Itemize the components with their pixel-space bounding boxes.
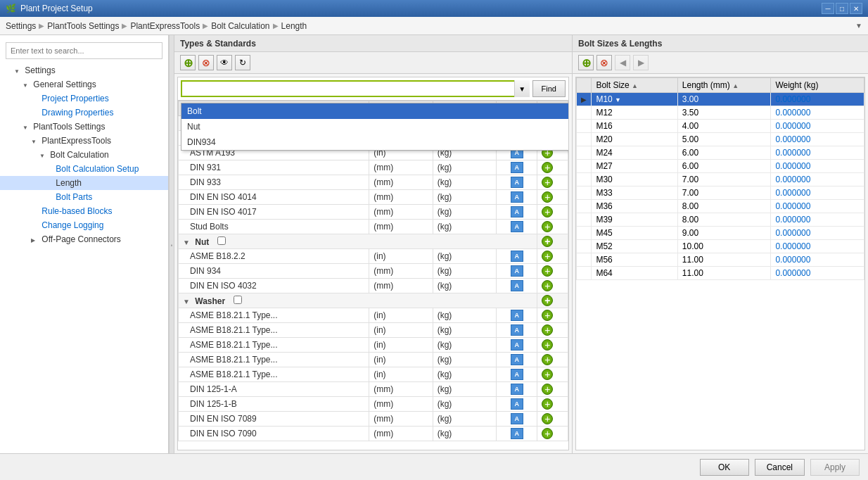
length-cell: 9.00 — [677, 227, 771, 240]
sidebar-item-offpage[interactable]: ▶ Off-Page Connectors — [0, 232, 168, 246]
washer-toggle[interactable]: ▼ — [183, 298, 190, 305]
middle-toolbar: ⊕ ⊗ 👁 ↻ — [174, 52, 572, 74]
table-row: M205.000.000000 — [577, 133, 864, 146]
remove-type-button[interactable]: ⊗ — [198, 55, 214, 70]
row-add-btn[interactable]: + — [542, 428, 553, 439]
sidebar-item-drawing-properties[interactable]: Drawing Properties — [0, 106, 168, 120]
nut-checkbox[interactable] — [217, 236, 226, 245]
right-remove-button[interactable]: ⊗ — [596, 55, 612, 70]
row-add-btn[interactable]: + — [542, 339, 553, 350]
row-add-btn[interactable]: + — [542, 280, 553, 291]
right-add-button[interactable]: ⊕ — [578, 55, 594, 70]
dropdown-item-din934[interactable]: DIN934 — [181, 134, 569, 150]
table-row: Stud Bolts (mm) (kg) A + — [179, 220, 568, 234]
dropdown-item-nut[interactable]: Nut — [181, 119, 569, 134]
table-row: ASME B18.2.2 (in) (kg) A + — [179, 249, 568, 264]
sidebar-item-boltcalcsetup[interactable]: Bolt Calculation Setup — [0, 162, 168, 176]
sidebar-item-boltparts[interactable]: Bolt Parts — [0, 190, 168, 204]
length-cell: 5.00 — [677, 133, 771, 146]
close-button[interactable]: ✕ — [850, 3, 862, 14]
breadcrumb-length: Length — [281, 21, 307, 31]
icon-a: A — [511, 324, 523, 336]
right-back-button[interactable]: ◀ — [615, 55, 630, 70]
weight-cell: 0.000000 — [771, 133, 864, 146]
sidebar-item-length[interactable]: Length — [0, 176, 168, 190]
col-length[interactable]: Length (mm) ▲ — [677, 78, 771, 93]
refresh-button[interactable]: ↻ — [235, 55, 250, 70]
type-search-input[interactable] — [181, 80, 530, 97]
length-cell: 3.00 — [677, 93, 771, 106]
table-row: M337.000.000000 — [577, 187, 864, 200]
breadcrumb-plantexpress: PlantExpressTools — [130, 21, 200, 31]
sidebar-item-boltcalc[interactable]: ▼ Bolt Calculation — [0, 148, 168, 162]
sidebar-item-ruleblocks[interactable]: Rule-based Blocks — [0, 204, 168, 218]
search-input[interactable] — [6, 42, 162, 59]
ok-button[interactable]: OK — [700, 459, 749, 476]
bolt-size-cell: M24 — [592, 146, 677, 160]
combo-dropdown-arrow[interactable]: ▼ — [514, 80, 530, 97]
row-add-btn[interactable]: + — [542, 369, 553, 380]
cancel-button[interactable]: Cancel — [755, 459, 805, 476]
length-cell: 10.00 — [677, 240, 771, 253]
types-grid: DIN 78 (mm) ▼ (kg) ▼ A ▼ — [178, 101, 568, 441]
length-cell: 4.00 — [677, 120, 771, 133]
weight-cell: 0.000000 — [771, 267, 864, 280]
table-row: ▶M10 ▼3.000.000000 — [577, 93, 864, 106]
bolt-size-cell: M16 — [592, 120, 677, 133]
add-type-button[interactable]: ⊕ — [180, 55, 196, 70]
sidebar-item-settings[interactable]: ▼ Settings — [0, 63, 168, 77]
sidebar-item-changelog[interactable]: Change Logging — [0, 218, 168, 232]
row-add-btn[interactable]: + — [542, 191, 553, 203]
minimize-button[interactable]: ─ — [822, 3, 834, 14]
maximize-button[interactable]: □ — [836, 3, 848, 14]
table-row: DIN 933 (mm) (kg) A + — [179, 175, 568, 190]
icon-a: A — [511, 398, 523, 410]
length-cell: 7.00 — [677, 187, 771, 200]
nut-toggle[interactable]: ▼ — [183, 239, 190, 246]
row-add-btn[interactable]: + — [542, 206, 553, 217]
row-add-btn[interactable]: + — [542, 413, 553, 424]
table-row: M123.500.000000 — [577, 106, 864, 120]
table-row: M459.000.000000 — [577, 227, 864, 240]
right-fwd-button[interactable]: ▶ — [633, 55, 649, 70]
row-add-btn[interactable]: + — [542, 324, 553, 336]
icon-a: A — [511, 177, 523, 188]
icon-a: A — [511, 310, 523, 321]
row-add-btn[interactable]: + — [542, 251, 553, 262]
table-row: M5611.000.000000 — [577, 253, 864, 267]
find-button[interactable]: Find — [532, 80, 566, 97]
row-add-btn[interactable]: + — [542, 177, 553, 188]
bolt-size-cell: M20 — [592, 133, 677, 146]
sidebar-splitter[interactable]: ··· — [169, 35, 174, 453]
washer-add-btn[interactable]: + — [542, 295, 553, 306]
col-bolt-size[interactable]: Bolt Size ▲ — [592, 78, 677, 93]
search-row: ▼ Find — [178, 77, 568, 101]
washer-checkbox[interactable] — [234, 296, 242, 304]
table-row: ASME B18.21.1 Type... (in) (kg) A + — [179, 367, 568, 382]
bolt-size-cell: M56 — [592, 253, 677, 267]
table-row: M5210.000.000000 — [577, 240, 864, 253]
bolt-size-cell: M10 ▼ — [592, 93, 677, 106]
dropdown-item-bolt[interactable]: Bolt — [181, 103, 569, 119]
row-add-btn[interactable]: + — [542, 310, 553, 321]
table-row: DIN EN ISO 4032 (mm) (kg) A + — [179, 279, 568, 293]
apply-button[interactable]: Apply — [810, 459, 860, 476]
row-add-btn[interactable]: + — [542, 221, 553, 232]
sidebar-item-general[interactable]: ▼ General Settings — [0, 77, 168, 91]
nut-add-btn[interactable]: + — [542, 236, 553, 247]
row-add-btn[interactable]: + — [542, 162, 553, 173]
row-add-btn[interactable]: + — [542, 265, 553, 277]
col-weight[interactable]: Weight (kg) — [771, 78, 864, 93]
sidebar-item-project-properties[interactable]: Project Properties — [0, 91, 168, 106]
table-row: DIN 931 (mm) (kg) A + — [179, 160, 568, 175]
row-add-btn[interactable]: + — [542, 384, 553, 395]
weight-cell: 0.000000 — [771, 200, 864, 213]
icon-a: A — [511, 369, 523, 380]
weight-cell: 0.000000 — [771, 160, 864, 173]
section-nut: ▼ Nut + — [179, 234, 568, 249]
sidebar-item-planttools[interactable]: ▼ PlantTools Settings — [0, 120, 168, 134]
sidebar-item-plantexpress[interactable]: ▼ PlantExpressTools — [0, 134, 168, 148]
view-button[interactable]: 👁 — [217, 55, 232, 70]
row-add-btn[interactable]: + — [542, 354, 553, 365]
row-add-btn[interactable]: + — [542, 398, 553, 410]
